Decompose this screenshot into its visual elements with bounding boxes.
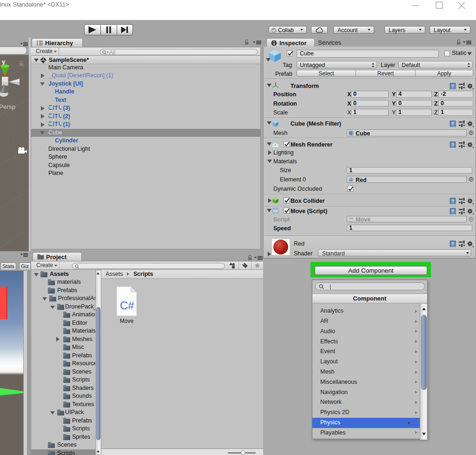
svg-text:C#: C# <box>273 209 278 213</box>
svg-text:C#: C# <box>350 218 353 221</box>
svg-text:C#: C# <box>120 299 134 312</box>
